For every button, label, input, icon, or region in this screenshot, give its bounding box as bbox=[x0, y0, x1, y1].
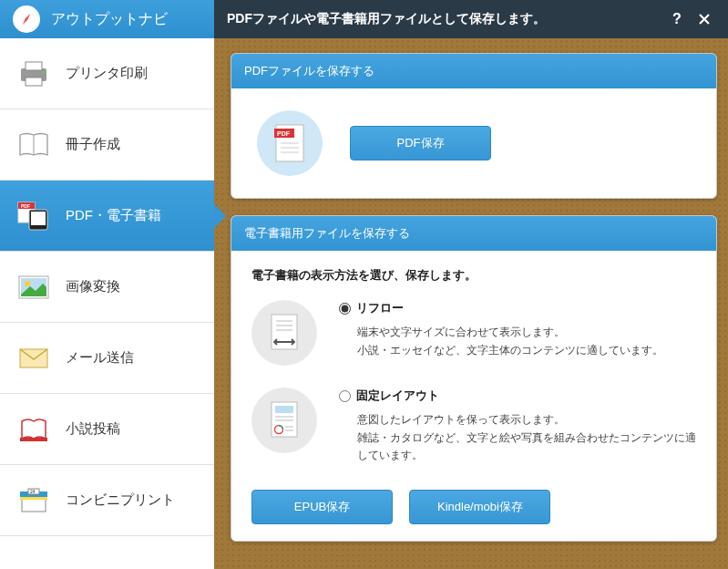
svg-point-4 bbox=[42, 70, 45, 73]
pdf-file-icon: PDF bbox=[257, 110, 323, 176]
output-navi-window: アウトプットナビ PDFファイルや電子書籍用ファイルとして保存します。 ? プリ… bbox=[0, 0, 728, 569]
close-button[interactable] bbox=[693, 8, 715, 30]
fixed-label-text: 固定レイアウト bbox=[356, 388, 439, 404]
svg-text:24: 24 bbox=[30, 489, 36, 494]
ebook-panel-title: 電子書籍用ファイルを保存する bbox=[231, 216, 716, 251]
app-title: アウトプットナビ bbox=[51, 10, 168, 29]
compass-icon bbox=[13, 5, 40, 33]
sidebar-item-mail[interactable]: メール送信 bbox=[0, 323, 214, 394]
header-right: PDFファイルや電子書籍用ファイルとして保存します。 ? bbox=[214, 8, 728, 30]
reflow-icon bbox=[251, 300, 317, 366]
novel-icon bbox=[16, 412, 51, 447]
header-brand: アウトプットナビ bbox=[0, 0, 214, 38]
sidebar-item-booklet[interactable]: 冊子作成 bbox=[0, 109, 214, 181]
sidebar-item-convenience[interactable]: 24 コンビニプリント bbox=[0, 465, 214, 536]
sidebar: プリンタ印刷 冊子作成 PDF PDF・電子書籍 画像変換 bbox=[0, 38, 214, 569]
sidebar-item-label: メール送信 bbox=[66, 349, 134, 367]
svg-rect-32 bbox=[275, 406, 293, 413]
reflow-radio[interactable] bbox=[339, 303, 351, 315]
option-reflow-row: リフロー 端末や文字サイズに合わせて表示します。 小説・エッセイなど、文字主体の… bbox=[251, 300, 696, 366]
svg-rect-2 bbox=[26, 62, 42, 70]
fixed-desc: 意図したレイアウトを保って表示します。 雑誌・カタログなど、文字と絵や写真を組み… bbox=[339, 411, 696, 464]
sidebar-item-pdf-ebook[interactable]: PDF PDF・電子書籍 bbox=[0, 181, 214, 252]
sidebar-item-label: PDF・電子書籍 bbox=[66, 207, 161, 224]
sidebar-item-print[interactable]: プリンタ印刷 bbox=[0, 38, 214, 109]
fixed-radio[interactable] bbox=[339, 390, 351, 402]
pdf-ebook-icon: PDF bbox=[16, 199, 51, 233]
reflow-radio-label[interactable]: リフロー bbox=[339, 300, 696, 316]
main-area: PDFファイルを保存する PDF PDF保存 電子書籍用ファイルを保存する 電子… bbox=[214, 38, 728, 569]
pdf-save-button[interactable]: PDF保存 bbox=[350, 126, 491, 160]
store-icon: 24 bbox=[16, 483, 51, 518]
svg-rect-15 bbox=[20, 438, 47, 441]
fixed-radio-label[interactable]: 固定レイアウト bbox=[339, 388, 696, 404]
sidebar-item-label: 冊子作成 bbox=[66, 136, 120, 153]
image-icon bbox=[16, 270, 51, 305]
book-icon bbox=[16, 128, 51, 162]
svg-text:PDF: PDF bbox=[21, 203, 30, 209]
svg-rect-10 bbox=[31, 212, 46, 225]
sidebar-item-image[interactable]: 画像変換 bbox=[0, 252, 214, 323]
svg-rect-20 bbox=[20, 497, 47, 500]
mail-icon bbox=[16, 341, 51, 376]
sidebar-item-label: プリンタ印刷 bbox=[66, 65, 148, 82]
epub-save-button[interactable]: EPUB保存 bbox=[251, 490, 393, 524]
ebook-subtitle: 電子書籍の表示方法を選び、保存します。 bbox=[251, 267, 696, 284]
svg-marker-0 bbox=[21, 13, 31, 26]
sidebar-item-novel[interactable]: 小説投稿 bbox=[0, 394, 214, 465]
pdf-panel-title: PDFファイルを保存する bbox=[231, 54, 716, 88]
svg-point-13 bbox=[25, 281, 30, 286]
help-button[interactable]: ? bbox=[666, 8, 688, 30]
kindle-save-button[interactable]: Kindle/mobi保存 bbox=[409, 490, 550, 524]
fixed-layout-icon bbox=[251, 388, 317, 453]
svg-rect-3 bbox=[26, 78, 42, 86]
ebook-buttons: EPUB保存 Kindle/mobi保存 bbox=[251, 486, 696, 524]
reflow-label-text: リフロー bbox=[356, 300, 404, 316]
body: プリンタ印刷 冊子作成 PDF PDF・電子書籍 画像変換 bbox=[0, 38, 728, 569]
ebook-panel: 電子書籍用ファイルを保存する 電子書籍の表示方法を選び、保存します。 リフロー bbox=[231, 215, 717, 542]
pdf-row: PDF PDF保存 bbox=[251, 105, 696, 181]
option-fixed-row: 固定レイアウト 意図したレイアウトを保って表示します。 雑誌・カタログなど、文字… bbox=[251, 388, 696, 464]
sidebar-item-label: 画像変換 bbox=[66, 278, 120, 295]
printer-icon bbox=[16, 57, 51, 91]
pdf-panel: PDFファイルを保存する PDF PDF保存 bbox=[231, 53, 717, 199]
reflow-desc: 端末や文字サイズに合わせて表示します。 小説・エッセイなど、文字主体のコンテンツ… bbox=[339, 324, 696, 358]
sidebar-item-label: 小説投稿 bbox=[66, 420, 120, 438]
svg-text:PDF: PDF bbox=[277, 130, 291, 137]
header: アウトプットナビ PDFファイルや電子書籍用ファイルとして保存します。 ? bbox=[0, 0, 728, 38]
page-title: PDFファイルや電子書籍用ファイルとして保存します。 bbox=[227, 11, 661, 27]
sidebar-item-label: コンビニプリント bbox=[66, 491, 175, 509]
